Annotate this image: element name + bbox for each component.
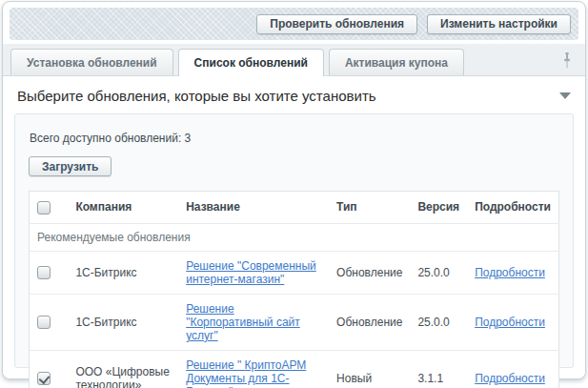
- available-updates-count: Всего доступно обновлений: 3: [30, 132, 559, 145]
- update-name-link[interactable]: Решение " КриптоАРМ Документы для 1С-Бит…: [186, 358, 306, 388]
- version-cell: 25.0.0: [410, 294, 467, 350]
- column-header-details: Подробности: [467, 192, 558, 224]
- tab-install-updates[interactable]: Установка обновлений: [10, 49, 173, 75]
- details-link[interactable]: Подробности: [475, 266, 545, 279]
- tab-bar: Установка обновлений Список обновлений А…: [3, 44, 585, 76]
- company-cell: 1С-Битрикс: [68, 294, 178, 350]
- column-header-company: Компания: [68, 192, 178, 224]
- edit-settings-button[interactable]: Изменить настройки: [427, 14, 571, 34]
- table-row: 1С-Битрикс Решение "Корпоративный сайт у…: [30, 294, 559, 350]
- row-checkbox[interactable]: [37, 266, 51, 279]
- tab-updates-list[interactable]: Список обновлений: [178, 49, 324, 76]
- row-checkbox[interactable]: [37, 316, 51, 329]
- updates-table-body: Рекомендуемые обновления 1С-Битрикс Реше…: [30, 223, 559, 388]
- table-row: ООО «Цифровые технологии» Решение " Крип…: [30, 350, 559, 388]
- section-heading-row: Выберите обновления, которые вы хотите у…: [14, 77, 574, 113]
- version-cell: 3.1.1: [410, 350, 467, 388]
- type-cell: Обновление: [329, 251, 410, 294]
- check-updates-button[interactable]: Проверить обновления: [256, 14, 417, 34]
- column-header-type: Тип: [329, 192, 410, 224]
- table-header-row: Компания Название Тип Версия Подробности: [30, 192, 559, 224]
- update-name-link[interactable]: Решение "Корпоративный сайт услуг": [186, 302, 300, 342]
- group-label: Рекомендуемые обновления: [30, 223, 559, 251]
- chevron-down-icon[interactable]: [559, 92, 571, 99]
- select-all-checkbox[interactable]: [37, 201, 51, 214]
- tab-coupon-activation[interactable]: Активация купона: [329, 49, 464, 75]
- company-cell: ООО «Цифровые технологии»: [68, 350, 178, 388]
- section-title: Выберите обновления, которые вы хотите у…: [17, 88, 376, 104]
- column-header-version: Версия: [410, 192, 467, 224]
- tab-content: Выберите обновления, которые вы хотите у…: [3, 77, 585, 378]
- group-row: Рекомендуемые обновления: [30, 223, 559, 251]
- row-checkbox[interactable]: [37, 372, 51, 385]
- top-toolbar: Проверить обновления Изменить настройки: [10, 8, 578, 40]
- updates-panel: Всего доступно обновлений: 3 Загрузить К…: [14, 113, 574, 368]
- type-cell: Обновление: [329, 294, 410, 350]
- table-row: 1С-Битрикс Решение "Современный интернет…: [30, 251, 559, 294]
- version-cell: 25.0.0: [410, 251, 467, 294]
- details-link[interactable]: Подробности: [475, 372, 545, 385]
- column-header-name: Название: [178, 192, 329, 224]
- update-name-link[interactable]: Решение "Современный интернет-магазин": [186, 259, 316, 286]
- updates-table: Компания Название Тип Версия Подробности…: [29, 191, 559, 388]
- details-link[interactable]: Подробности: [475, 316, 545, 329]
- company-cell: 1С-Битрикс: [68, 251, 178, 294]
- type-cell: Новый: [329, 350, 410, 388]
- pin-icon[interactable]: [562, 52, 572, 72]
- update-manager-window: Проверить обновления Изменить настройки …: [2, 1, 586, 379]
- load-button[interactable]: Загрузить: [29, 156, 112, 176]
